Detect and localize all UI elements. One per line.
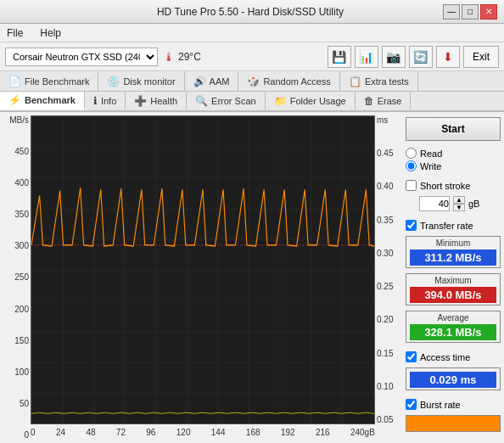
tab-extra-tests[interactable]: 📋 Extra tests bbox=[340, 71, 418, 91]
tab-benchmark-label: Benchmark bbox=[25, 95, 76, 105]
maximize-button[interactable]: □ bbox=[462, 4, 479, 20]
title-bar: HD Tune Pro 5.50 - Hard Disk/SSD Utility… bbox=[0, 0, 504, 24]
toolbar-icons: 💾 📊 📷 🔄 ⬇ Exit bbox=[328, 46, 499, 68]
tab-disk-monitor[interactable]: 💿 Disk monitor bbox=[98, 71, 184, 91]
write-label: Write bbox=[420, 161, 441, 171]
burst-rate-option[interactable]: Burst rate bbox=[406, 399, 501, 410]
random-access-icon: 🎲 bbox=[247, 76, 260, 87]
close-button[interactable]: ✕ bbox=[480, 4, 497, 20]
stat-min-label: Minimum bbox=[410, 238, 496, 248]
extra-tests-icon: 📋 bbox=[349, 76, 361, 87]
stat-avg-label: Average bbox=[410, 313, 496, 322]
read-label: Read bbox=[420, 149, 442, 159]
temperature-value: 29°C bbox=[178, 51, 201, 63]
tab-health-label: Health bbox=[150, 96, 177, 106]
stat-burst-rate bbox=[406, 415, 501, 432]
disk-monitor-icon: 💿 bbox=[107, 76, 120, 87]
stroke-input-row: ▲ ▼ gB bbox=[419, 196, 501, 211]
folder-usage-icon: 📁 bbox=[274, 95, 287, 107]
temperature-display: 🌡 29°C bbox=[163, 50, 201, 64]
write-option[interactable]: Write bbox=[406, 160, 501, 171]
stat-avg-value: 328.1 MB/s bbox=[410, 324, 496, 340]
tab-erase-label: Erase bbox=[378, 96, 402, 106]
file-benchmark-icon: 📄 bbox=[8, 76, 21, 87]
tab-error-scan-label: Error Scan bbox=[211, 96, 256, 106]
stat-access-value: 0.029 ms bbox=[410, 372, 496, 388]
bottom-tab-bar: ⚡ Benchmark ℹ Info ➕ Health 🔍 Error Scan… bbox=[0, 92, 504, 112]
tab-health[interactable]: ➕ Health bbox=[126, 92, 187, 110]
info-icon: ℹ bbox=[93, 95, 98, 107]
tab-random-access-label: Random Access bbox=[263, 76, 330, 87]
y-axis-left-label: MB/s bbox=[9, 115, 29, 125]
short-stroke-checkbox[interactable] bbox=[406, 180, 417, 191]
svg-rect-1 bbox=[31, 116, 374, 423]
toolbar-icon-3[interactable]: 📷 bbox=[382, 46, 406, 68]
read-write-group: Read Write bbox=[406, 148, 501, 171]
transfer-rate-label: Transfer rate bbox=[420, 221, 473, 231]
stroke-up-button[interactable]: ▲ bbox=[453, 196, 465, 204]
short-stroke-option[interactable]: Short stroke bbox=[406, 180, 501, 191]
stat-min-value: 311.2 MB/s bbox=[410, 250, 496, 266]
y-axis-right: ms 0.45 0.40 0.35 0.30 0.25 0.20 0.15 0.… bbox=[375, 115, 402, 424]
tab-file-benchmark[interactable]: 📄 File Benchmark bbox=[0, 71, 98, 91]
tab-error-scan[interactable]: 🔍 Error Scan bbox=[187, 92, 266, 110]
short-stroke-label: Short stroke bbox=[420, 181, 470, 191]
menu-bar: File Help bbox=[0, 24, 504, 42]
burst-rate-checkbox[interactable] bbox=[406, 399, 417, 410]
tab-info-label: Info bbox=[101, 96, 116, 106]
tab-disk-monitor-label: Disk monitor bbox=[123, 76, 175, 87]
health-icon: ➕ bbox=[134, 95, 147, 107]
tab-erase[interactable]: 🗑 Erase bbox=[356, 92, 412, 110]
thermometer-icon: 🌡 bbox=[163, 50, 175, 64]
access-time-label: Access time bbox=[420, 352, 470, 362]
y-axis-right-label: ms bbox=[377, 115, 388, 125]
stat-max-label: Maximum bbox=[410, 276, 496, 285]
top-tab-bar: 📄 File Benchmark 💿 Disk monitor 🔊 AAM 🎲 … bbox=[0, 71, 504, 92]
access-time-checkbox[interactable] bbox=[406, 351, 417, 362]
error-scan-icon: 🔍 bbox=[195, 95, 208, 107]
erase-icon: 🗑 bbox=[364, 95, 374, 107]
read-option[interactable]: Read bbox=[406, 148, 501, 159]
transfer-rate-option[interactable]: Transfer rate bbox=[406, 220, 501, 231]
stroke-down-button[interactable]: ▼ bbox=[453, 204, 465, 211]
transfer-rate-checkbox[interactable] bbox=[406, 220, 417, 231]
menu-help[interactable]: Help bbox=[36, 25, 64, 41]
x-axis: 0 24 48 72 96 120 144 168 192 216 240gB bbox=[31, 424, 375, 440]
tab-folder-usage-label: Folder Usage bbox=[290, 96, 346, 106]
chart-svg bbox=[31, 116, 374, 423]
aam-icon: 🔊 bbox=[193, 76, 206, 87]
tab-extra-tests-label: Extra tests bbox=[365, 76, 409, 87]
tab-aam[interactable]: 🔊 AAM bbox=[185, 71, 239, 91]
stroke-value-input[interactable] bbox=[419, 196, 450, 211]
start-button[interactable]: Start bbox=[406, 117, 501, 141]
main-content: MB/s 450 400 350 300 250 200 150 100 50 … bbox=[0, 112, 504, 443]
toolbar-icon-1[interactable]: 💾 bbox=[328, 46, 351, 68]
access-time-option[interactable]: Access time bbox=[406, 351, 501, 362]
write-radio[interactable] bbox=[406, 160, 417, 171]
stroke-spinners: ▲ ▼ bbox=[453, 196, 465, 211]
stat-access-time: 0.029 ms bbox=[406, 367, 501, 390]
stat-maximum: Maximum 394.0 MB/s bbox=[406, 273, 501, 306]
stroke-unit-label: gB bbox=[468, 199, 479, 209]
tab-benchmark[interactable]: ⚡ Benchmark bbox=[0, 92, 85, 110]
menu-file[interactable]: File bbox=[3, 25, 26, 41]
stat-average: Average 328.1 MB/s bbox=[406, 311, 501, 343]
tab-random-access[interactable]: 🎲 Random Access bbox=[238, 71, 339, 91]
toolbar-icon-4[interactable]: 🔄 bbox=[409, 46, 433, 68]
toolbar-icon-2[interactable]: 📊 bbox=[355, 46, 378, 68]
title-bar-title: HD Tune Pro 5.50 - Hard Disk/SSD Utility bbox=[58, 6, 443, 18]
toolbar-icon-5[interactable]: ⬇ bbox=[436, 46, 460, 68]
toolbar: Corsair Neutron GTX SSD (240 gB) 🌡 29°C … bbox=[0, 42, 504, 71]
tab-aam-label: AAM bbox=[210, 76, 230, 87]
exit-button[interactable]: Exit bbox=[463, 46, 499, 68]
tab-info[interactable]: ℹ Info bbox=[85, 92, 126, 110]
tab-folder-usage[interactable]: 📁 Folder Usage bbox=[266, 92, 356, 110]
read-radio[interactable] bbox=[406, 148, 417, 159]
stat-max-value: 394.0 MB/s bbox=[410, 287, 496, 303]
drive-selector[interactable]: Corsair Neutron GTX SSD (240 gB) bbox=[5, 48, 158, 66]
benchmark-icon: ⚡ bbox=[8, 94, 21, 106]
right-panel: Start Read Write Short stroke ▲ ▼ gB bbox=[402, 112, 504, 443]
tab-file-benchmark-label: File Benchmark bbox=[25, 76, 89, 87]
minimize-button[interactable]: — bbox=[443, 4, 460, 20]
title-bar-controls: — □ ✕ bbox=[443, 4, 497, 20]
